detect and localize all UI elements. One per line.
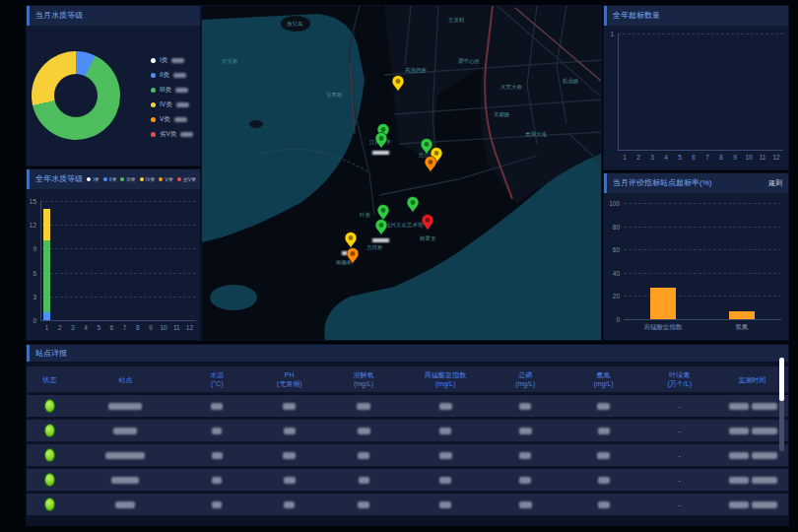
table-header-row: 状态站点水温(°C)PH(无量纲)溶解氧(mg/L)高锰酸盐指数(mg/L)总磷… <box>27 366 788 392</box>
panel-monthly-quality: 当月水质等级 I类II类III类IV类V类劣V类 <box>27 6 200 166</box>
value-redacted <box>519 452 531 459</box>
status-cell <box>27 498 72 511</box>
panel-monthly-rate: 当月评价指标站点超标率(%) 规则 020406080100高锰酸盐指数氨氮 <box>604 173 788 340</box>
map-place-label: 吉祥桥 <box>366 244 383 250</box>
x-tick-label: 高锰酸盐指数 <box>633 323 693 332</box>
column-header-line2: (万个/L) <box>668 379 693 388</box>
station-name-redacted <box>111 477 139 484</box>
column-header-9: 叶绿素(万个/L) <box>643 370 715 388</box>
value-redacted <box>439 501 451 508</box>
chlorophyll-cell: - <box>643 477 715 484</box>
y-tick-label: 3 <box>27 293 36 299</box>
legend-item[interactable]: IV类 <box>151 98 193 112</box>
value-redacted <box>597 403 610 410</box>
legend-label: I类 <box>93 169 99 189</box>
column-header-line1: 高锰酸盐指数 <box>425 370 466 379</box>
value-cell <box>488 501 564 508</box>
time-cell <box>716 428 788 434</box>
column-header-line2: (无量纲) <box>277 379 302 388</box>
gridline <box>40 248 196 249</box>
chlorophyll-placeholder: - <box>679 403 681 410</box>
map[interactable]: 石宝桥渔父岛宝界桥高浪西路江南大学北正街五里村梁中心区天安大桥机场路吴都路贡湖大… <box>202 6 601 340</box>
value-redacted <box>439 403 452 410</box>
map-pond <box>210 285 257 310</box>
legend-item[interactable]: III类 <box>120 169 135 189</box>
chlorophyll-cell: - <box>643 452 715 459</box>
column-header-line2: (mg/L) <box>354 379 373 388</box>
status-dot-normal <box>44 399 55 413</box>
table-row[interactable]: - <box>27 444 788 466</box>
y-tick-label: 80 <box>604 223 620 230</box>
column-header-line1: 溶解氧 <box>354 370 374 379</box>
annual-legend: I类II类III类IV类V类劣V类 <box>83 169 196 189</box>
legend-item[interactable]: V类 <box>159 169 172 189</box>
panel-title-annual-quality: 全年水质等级 <box>35 174 83 183</box>
scrollbar-thumb[interactable] <box>779 358 784 401</box>
legend-item[interactable]: 劣V类 <box>151 127 193 142</box>
gridline <box>624 296 781 297</box>
value-redacted <box>358 501 369 508</box>
legend-item[interactable]: 劣V类 <box>177 169 196 189</box>
table-row[interactable]: - <box>27 420 788 441</box>
time-cell <box>716 501 788 508</box>
annual-stacked-bar-chart: 03691215123456789101112 <box>27 189 200 340</box>
map-canvas[interactable]: 石宝桥渔父岛宝界桥高浪西路江南大学北正街五里村梁中心区天安大桥机场路吴都路贡湖大… <box>202 6 601 340</box>
column-header-1: 状态 <box>27 375 72 384</box>
y-axis-line <box>40 201 41 320</box>
legend-count-redacted <box>173 73 186 78</box>
time-redacted <box>752 403 777 410</box>
value-cell <box>323 477 403 484</box>
value-redacted <box>439 452 452 459</box>
value-cell <box>255 403 324 410</box>
status-dot-normal <box>44 448 55 462</box>
time-cell <box>716 403 788 410</box>
value-redacted <box>598 501 610 508</box>
map-pin-label-redacted <box>372 151 389 155</box>
table-row[interactable]: - <box>27 395 788 417</box>
map-place-label: 吴都路 <box>494 111 510 118</box>
legend-item[interactable]: III类 <box>151 83 193 98</box>
value-redacted <box>212 477 222 484</box>
legend-count-redacted <box>171 58 184 63</box>
legend-item[interactable]: I类 <box>87 169 99 189</box>
legend-item[interactable]: V类 <box>151 112 193 127</box>
rate-bar <box>650 288 676 319</box>
value-redacted <box>212 501 222 508</box>
value-redacted <box>212 428 222 434</box>
legend-dot <box>177 177 181 181</box>
station-name-redacted <box>108 403 142 410</box>
legend-count-redacted <box>175 88 188 93</box>
value-cell <box>323 501 403 508</box>
value-redacted <box>598 477 610 484</box>
map-place-label: 薛家里 <box>420 235 436 241</box>
map-place-label: 渔父岛 <box>287 21 303 28</box>
legend-item[interactable]: IV类 <box>140 169 156 189</box>
panel-title-monthly-quality: 当月水质等级 <box>27 6 200 26</box>
legend-item[interactable]: II类 <box>103 169 117 189</box>
map-place-label: 运河文化艺术馆 <box>385 222 424 229</box>
table-row[interactable]: - <box>27 469 788 491</box>
column-header-5: 溶解氧(mg/L) <box>323 370 403 388</box>
value-cell <box>255 452 324 459</box>
time-redacted <box>729 501 749 508</box>
time-cell <box>716 452 788 459</box>
map-place-label: 梁中心区 <box>458 57 481 64</box>
map-place-label: 高浪西路 <box>405 67 428 74</box>
column-header-2: 站点 <box>72 375 178 384</box>
y-axis-line <box>618 33 619 150</box>
legend-item[interactable]: II类 <box>151 68 193 83</box>
value-redacted <box>283 403 296 410</box>
status-dot-normal <box>44 424 55 437</box>
legend-item[interactable]: I类 <box>151 53 193 68</box>
value-cell <box>323 403 403 410</box>
status-cell <box>27 448 72 462</box>
legend-dot <box>151 132 156 137</box>
y-tick-label: 40 <box>604 269 620 276</box>
value-cell <box>404 477 488 484</box>
rule-link[interactable]: 规则 <box>768 173 782 193</box>
status-cell <box>27 424 72 437</box>
table-row[interactable]: - <box>27 494 788 515</box>
station-cell <box>72 501 178 508</box>
gridline <box>624 203 781 204</box>
value-cell <box>179 428 255 434</box>
